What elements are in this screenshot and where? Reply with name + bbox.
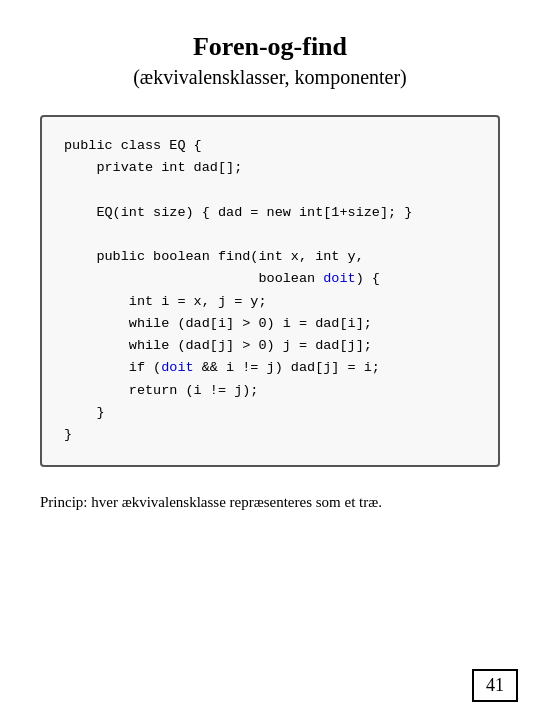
sub-title: (ækvivalensklasser, komponenter)	[133, 64, 407, 90]
title-section: Foren-og-find (ækvivalensklasser, kompon…	[133, 30, 407, 90]
principle-text: Princip: hver ækvivalensklasse repræsent…	[40, 494, 382, 511]
page-number: 41	[472, 669, 518, 702]
page-container: Foren-og-find (ækvivalensklasser, kompon…	[0, 0, 540, 720]
main-title: Foren-og-find	[133, 30, 407, 64]
code-content: public class EQ { private int dad[]; EQ(…	[64, 135, 476, 447]
code-box: public class EQ { private int dad[]; EQ(…	[40, 115, 500, 467]
